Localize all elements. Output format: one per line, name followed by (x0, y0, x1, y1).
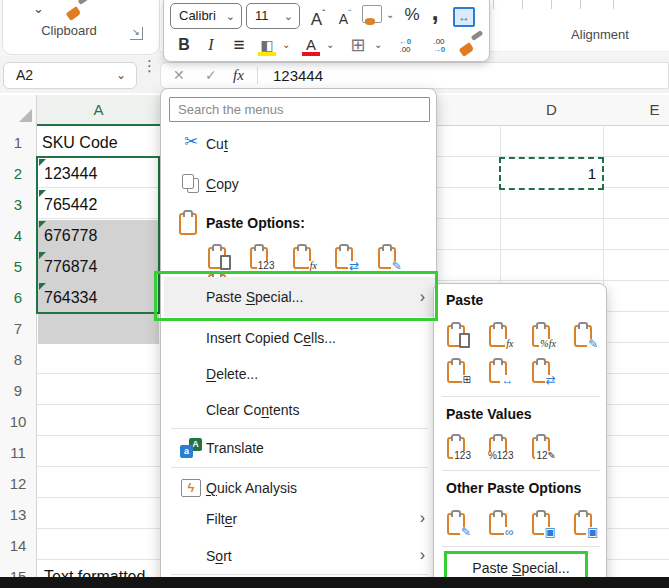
row-header-10[interactable]: 10 (0, 406, 36, 437)
row-header-7[interactable]: 7 (0, 313, 36, 344)
row-header-13[interactable]: 13 (0, 499, 36, 530)
clipboard-group: ⌄ Clipboard ↘ (2, 0, 160, 55)
paste-values-source-formatting-icon[interactable]: 12✎ (531, 434, 557, 461)
row-header-11[interactable]: 11 (0, 437, 36, 468)
row-header-8[interactable]: 8 (0, 344, 36, 375)
menu-item-delete[interactable]: Delete... (164, 356, 435, 392)
paste-transpose-icon[interactable]: ⇄ (531, 358, 557, 385)
row-header-9[interactable]: 9 (0, 375, 36, 406)
paste-keep-column-widths-icon[interactable]: ↔ (488, 358, 514, 385)
row-header-14[interactable]: 14 (0, 530, 36, 561)
menu-item-translate[interactable]: Aa Translate (164, 430, 435, 466)
menu-item-insert-copied-cells[interactable]: Insert Copied Cells... (164, 320, 435, 356)
font-name-select[interactable]: Calibri ⌄ (170, 3, 242, 29)
row-header-5[interactable]: 5 (0, 251, 36, 282)
paste-values-number-formatting-icon[interactable]: %123 (488, 434, 514, 461)
column-header-d[interactable]: D (500, 95, 603, 126)
excel-window: Alignment ⌄ Clipboard ↘ A2 ⌄ ⋮ ✕ ✓ fx 12… (0, 0, 669, 588)
chevron-down-icon[interactable]: ⌄ (116, 63, 126, 88)
paste-keep-source-formatting-icon[interactable]: ✎ (573, 322, 599, 349)
ribbon-divider (493, 0, 494, 9)
name-box-value: A2 (16, 67, 33, 83)
submenu-chevron-icon: › (420, 538, 425, 574)
menu-item-sort[interactable]: Sort › (164, 538, 435, 574)
format-painter-icon[interactable] (65, 0, 91, 25)
chevron-down-icon[interactable]: ⌄ (374, 39, 382, 50)
paste-formatting-icon[interactable]: ✎ (446, 510, 472, 537)
comma-style-button[interactable]: , (426, 3, 444, 27)
paste-no-borders-icon[interactable]: ⊞ (446, 358, 472, 385)
percent-style-button[interactable]: % (400, 3, 424, 27)
chevron-down-icon[interactable]: ⌄ (326, 39, 334, 50)
search-input[interactable] (169, 97, 430, 122)
fill-color-button[interactable]: ◧ (256, 33, 278, 57)
format-as-table-icon[interactable] (360, 5, 384, 29)
borders-button[interactable]: ⊞ (346, 33, 370, 57)
select-all-corner[interactable] (0, 95, 37, 126)
copy-icon (178, 174, 204, 200)
menu-separator (442, 470, 600, 471)
align-lines-icon[interactable]: ≡ (226, 33, 252, 57)
paste-formulas-number-formatting-icon[interactable]: %fx (531, 322, 557, 349)
menu-item-paste-options: Paste Options: (164, 205, 435, 241)
menu-separator (442, 396, 600, 397)
paste-submenu: Paste fx %fx ✎ ⊞ ↔ ⇄ Paste Values 123 %1… (433, 283, 607, 588)
menu-separator (171, 428, 428, 429)
decrease-decimal-button[interactable]: ←0.00 (392, 38, 418, 54)
menu-item-copy[interactable]: Copy (164, 166, 435, 202)
increase-decimal-button[interactable]: .00→0 (426, 38, 452, 54)
paste-values-icon[interactable]: 123 (249, 244, 275, 271)
paste-picture-icon[interactable]: ▣ (531, 510, 557, 537)
insert-function-icon[interactable]: fx (233, 63, 244, 88)
bold-button[interactable]: B (174, 33, 194, 57)
paste-formatting-icon[interactable]: ✎ (377, 244, 403, 271)
paste-icon[interactable] (207, 244, 233, 271)
chevron-down-icon[interactable]: ⌄ (282, 39, 290, 50)
submenu-section-paste: Paste (446, 292, 483, 308)
menu-item-filter[interactable]: Filter › (164, 501, 435, 537)
row-header-3[interactable]: 3 (0, 189, 36, 220)
brush-icon (65, 0, 91, 21)
row-header-1[interactable]: 1 (0, 127, 36, 158)
format-painter-button[interactable] (458, 31, 484, 55)
clipboard-dialog-launcher-icon[interactable]: ↘ (130, 27, 143, 40)
row-header-2[interactable]: 2 (0, 158, 36, 189)
menu-item-cut[interactable]: ✂ Cut (164, 126, 435, 162)
context-menu: ✂ Cut Copy Paste Options: 123 fx ⇄ ✎ ∞ P… (160, 88, 437, 588)
font-size-select[interactable]: 11 ⌄ (246, 3, 300, 29)
row-header-4[interactable]: 4 (0, 220, 36, 251)
row-header-6[interactable]: 6 (0, 282, 36, 313)
paste-link-icon[interactable]: ∞ (488, 510, 514, 537)
translate-icon: Aa (178, 438, 204, 464)
paste-dropdown-chevron-icon[interactable]: ⌄ (33, 1, 44, 16)
menu-item-clear-contents[interactable]: Clear Contents (164, 392, 435, 428)
cell-a1[interactable]: SKU Code (42, 127, 118, 158)
paste-transpose-icon[interactable]: ⇄ (334, 244, 360, 271)
paste-values-icon[interactable]: 123 (446, 434, 472, 461)
ribbon-divider (580, 0, 581, 9)
submenu-section-other-paste-options: Other Paste Options (446, 480, 581, 496)
scissors-icon: ✂ (178, 131, 204, 157)
font-color-bar (302, 52, 320, 56)
name-box[interactable]: A2 ⌄ (3, 62, 137, 89)
formula-bar-options-icon[interactable]: ⋮ (142, 61, 152, 70)
column-header-a[interactable]: A (37, 95, 160, 126)
formula-input-area[interactable]: ✕ ✓ fx 123444 (160, 62, 669, 89)
submenu-section-paste-values: Paste Values (446, 406, 532, 422)
paste-icon[interactable] (446, 322, 472, 349)
increase-font-size-button[interactable]: Aˆ (306, 3, 330, 27)
ribbon-divider (551, 0, 552, 9)
merge-center-icon[interactable]: ↔ (450, 4, 478, 28)
cell-d2-copied[interactable]: 1 (499, 157, 604, 190)
decrease-font-size-button[interactable]: Aˇ (334, 3, 356, 27)
chevron-down-icon[interactable]: ⌄ (386, 9, 394, 20)
paste-formulas-icon[interactable]: fx (488, 322, 514, 349)
row-header-12[interactable]: 12 (0, 468, 36, 499)
paste-linked-picture-icon[interactable]: ▣ (573, 510, 599, 537)
paste-formulas-icon[interactable]: fx (292, 244, 318, 271)
font-color-button[interactable]: A (300, 33, 322, 57)
cancel-icon[interactable]: ✕ (173, 63, 185, 88)
italic-button[interactable]: I (202, 33, 220, 57)
column-header-e[interactable]: E (603, 95, 669, 126)
enter-icon[interactable]: ✓ (205, 63, 217, 88)
